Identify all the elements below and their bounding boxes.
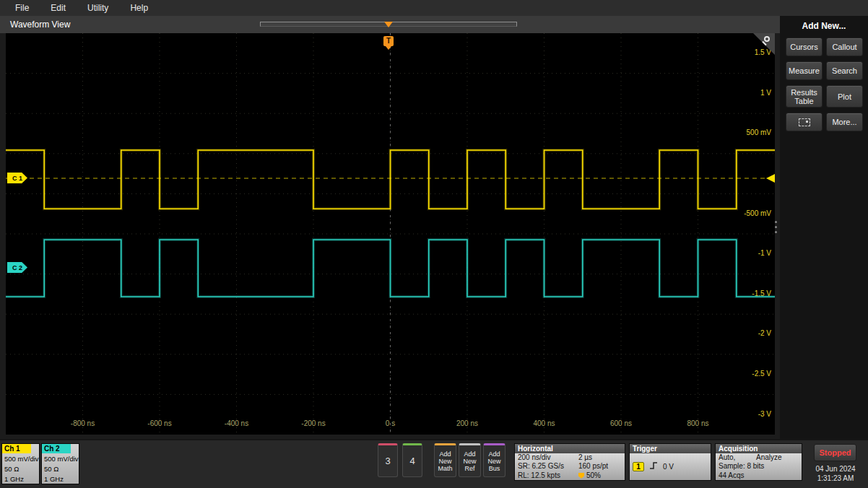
svg-text:-600 ns: -600 ns [147, 419, 171, 427]
ch2-bandwidth: 1 GHz [44, 474, 79, 484]
svg-text:-200 ns: -200 ns [301, 419, 325, 427]
add-new-math-button[interactable]: Add New Math [434, 443, 456, 477]
svg-text:800 ns: 800 ns [687, 419, 708, 427]
svg-text:-2 V: -2 V [758, 329, 772, 337]
trigger-title: Trigger [630, 444, 711, 453]
acquisition-analyze: Analyze [756, 453, 782, 462]
svg-text:500 mV: 500 mV [747, 128, 772, 136]
add-new-math-line: Math [438, 465, 452, 472]
trigger-level: 0 V [663, 463, 674, 471]
scope-canvas[interactable]: 1.5 V1 V500 mV-500 mV-1 V-1.5 V-2 V-2.5 … [6, 33, 775, 435]
svg-text:0 s: 0 s [386, 419, 395, 427]
svg-text:-3 V: -3 V [758, 410, 772, 418]
svg-text:400 ns: 400 ns [533, 419, 555, 427]
horizontal-badge[interactable]: Horizontal 200 ns/div 2 µs SR: 6.25 GS/s… [514, 443, 625, 481]
add-new-math-line: New [438, 458, 451, 465]
svg-text:-2.5 V: -2.5 V [752, 370, 771, 378]
datetime: 04 Jun 2024 1:31:23 AM [807, 464, 864, 483]
acquisition-mode: Auto, [719, 453, 756, 462]
menu-edit[interactable]: Edit [40, 0, 77, 16]
ch2-badge-title: Ch 2 [42, 444, 71, 453]
more-button[interactable]: More... [826, 113, 863, 131]
add-new-bus-line: Add [488, 450, 500, 458]
add-new-math-line: Add [439, 450, 451, 458]
add-new-ref-line: Ref [464, 465, 474, 472]
ch2-badge-body: 500 mV/div 50 Ω 1 GHz [42, 453, 79, 484]
trigger-body: 1 0 V [630, 453, 711, 480]
ch4-button[interactable]: 4 [402, 443, 422, 477]
search-button[interactable]: Search [826, 61, 863, 80]
horizontal-window: 2 µs [578, 453, 592, 462]
ch2-badge[interactable]: Ch 2 500 mV/div 50 Ω 1 GHz [41, 443, 79, 484]
menubar: File Edit Utility Help [0, 0, 868, 16]
zoom-corner-button[interactable] [753, 33, 775, 55]
resolution: 160 ps/pt [578, 462, 608, 471]
add-new-ref-line: Add [464, 450, 475, 458]
ch1-impedance: 50 Ω [4, 464, 39, 474]
dashed-region-icon [799, 118, 810, 126]
ch2-impedance: 50 Ω [44, 464, 79, 474]
add-new-ref-line: New [463, 458, 476, 465]
rising-edge-icon [648, 461, 659, 472]
horizontal-position: 50% [578, 471, 601, 480]
waveform-view-titlebar: Waveform View [0, 16, 780, 33]
measure-button[interactable]: Measure [786, 61, 823, 80]
time-text: 1:31:23 AM [807, 474, 864, 483]
acquisition-count: 44 Acqs [719, 471, 745, 480]
waveform-display[interactable]: 1.5 V1 V500 mV-500 mV-1 V-1.5 V-2 V-2.5 … [6, 33, 775, 435]
horizontal-body: 200 ns/div 2 µs SR: 6.25 GS/s 160 ps/pt … [515, 453, 625, 480]
acquisition-sample: Sample: 8 bits [719, 462, 764, 471]
panel-splitter-handle[interactable] [775, 218, 778, 236]
run-stop-status-button[interactable]: Stopped [814, 444, 856, 461]
cursors-button[interactable]: Cursors [786, 38, 823, 56]
menu-utility[interactable]: Utility [77, 0, 119, 16]
ch1-badge-body: 500 mV/div 50 Ω 1 GHz [2, 453, 39, 484]
visual-trigger-button[interactable] [786, 113, 823, 131]
trigger-level-arrow[interactable] [766, 174, 775, 183]
svg-text:1 V: 1 V [760, 89, 771, 97]
horizontal-scale: 200 ns/div [518, 453, 578, 462]
ch1-scale: 500 mV/div [4, 454, 39, 464]
trigger-position-marker-icon[interactable] [384, 22, 393, 27]
ch3-button[interactable]: 3 [378, 443, 398, 477]
position-indicator-icon [578, 473, 584, 479]
add-new-title: Add New... [780, 16, 868, 31]
menu-help[interactable]: Help [119, 0, 159, 16]
ch2-scale: 500 mV/div [44, 454, 79, 464]
main-content: Waveform View 1.5 V1 V500 mV-500 mV-1 V-… [0, 16, 868, 439]
magnifier-icon [764, 36, 770, 42]
add-new-panel: Add New... Cursors Callout Measure Searc… [780, 16, 868, 439]
add-new-ref-button[interactable]: Add New Ref [459, 443, 481, 477]
ch1-badge-title: Ch 1 [2, 444, 31, 453]
ch1-badge[interactable]: Ch 1 500 mV/div 50 Ω 1 GHz [1, 443, 40, 484]
acquisition-badge[interactable]: Acquisition Auto, Analyze Sample: 8 bits… [715, 443, 802, 481]
trigger-flag[interactable]: T [383, 36, 394, 46]
position-value: 50% [586, 471, 601, 479]
ch1-bandwidth: 1 GHz [4, 474, 39, 484]
horizontal-title: Horizontal [515, 444, 625, 453]
trigger-source-chip: 1 [633, 462, 644, 471]
svg-text:-800 ns: -800 ns [71, 419, 95, 427]
callout-button[interactable]: Callout [826, 38, 863, 56]
svg-text:600 ns: 600 ns [610, 419, 632, 427]
svg-text:-500 mV: -500 mV [744, 209, 771, 217]
trigger-badge[interactable]: Trigger 1 0 V [629, 443, 711, 481]
svg-text:200 ns: 200 ns [456, 419, 478, 427]
add-new-button-grid: Cursors Callout Measure Search Results T… [780, 31, 868, 131]
add-new-bus-button[interactable]: Add New Bus [483, 443, 505, 477]
settings-bar: Ch 1 500 mV/div 50 Ω 1 GHz Ch 2 500 mV/d… [0, 439, 868, 488]
waveform-view-title: Waveform View [0, 16, 70, 33]
svg-text:-1 V: -1 V [758, 249, 772, 257]
acquisition-title: Acquisition [716, 444, 802, 453]
results-table-button[interactable]: Results Table [786, 85, 823, 108]
oscilloscope-app: File Edit Utility Help Waveform View 1.5… [0, 0, 868, 488]
date-text: 04 Jun 2024 [807, 464, 864, 474]
add-new-bus-line: New [487, 458, 500, 465]
add-new-bus-line: Bus [489, 465, 500, 472]
svg-text:-400 ns: -400 ns [225, 419, 248, 427]
plot-button[interactable]: Plot [826, 85, 863, 108]
menu-file[interactable]: File [4, 0, 40, 16]
sample-rate: SR: 6.25 GS/s [518, 462, 578, 471]
waveform-view-pane: Waveform View 1.5 V1 V500 mV-500 mV-1 V-… [0, 16, 780, 439]
record-length: RL: 12.5 kpts [518, 471, 578, 480]
